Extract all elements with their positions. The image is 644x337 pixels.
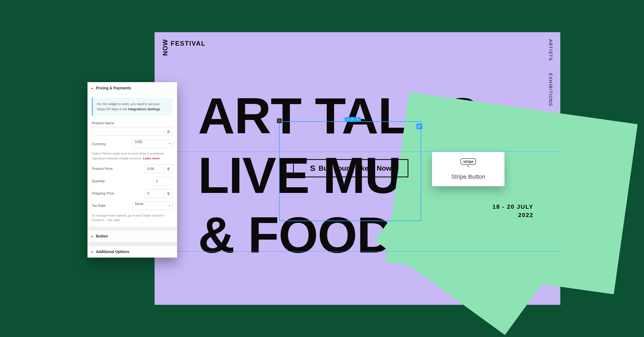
tooltip-label: Stripe Button: [436, 173, 500, 180]
svg-point-4: [279, 120, 280, 121]
svg-point-6: [278, 121, 279, 122]
section-pricing-label: Pricing & Payments: [96, 86, 131, 90]
section-divider: [87, 227, 177, 230]
product-price-field: Product Price 🗑: [92, 164, 173, 173]
cursor-icon: ↖: [436, 164, 500, 169]
currency-label: Currency: [92, 142, 106, 146]
svg-point-7: [279, 121, 280, 122]
quantity-input[interactable]: [153, 177, 173, 185]
drag-handle-icon[interactable]: [277, 118, 282, 123]
svg-point-1: [279, 120, 280, 120]
notice-text-post: .: [160, 107, 161, 111]
product-name-label: Product Name: [92, 121, 173, 125]
notice-link[interactable]: Integrations Settings: [128, 107, 160, 111]
product-price-input[interactable]: [145, 164, 164, 173]
event-date-line2: 2022: [492, 211, 533, 219]
tax-rate-select[interactable]: None ▾: [133, 202, 173, 210]
caret-right-icon: ▸: [92, 87, 93, 90]
quantity-field: Quantity: [92, 177, 173, 185]
selection-toolbar: ‹ ⤢ ×: [345, 117, 361, 122]
product-name-field: Product Name 🗑: [92, 121, 173, 136]
selection-back-icon[interactable]: ‹: [347, 118, 348, 121]
selection-move-icon[interactable]: ⤢: [351, 118, 354, 121]
buy-tickets-label: Buy Your Tickets Now: [319, 164, 391, 173]
currency-value: USD: [135, 140, 142, 144]
nav-artists[interactable]: ARTISTS: [548, 39, 553, 61]
section-pricing-body: For this widget to work, you need to set…: [87, 94, 177, 227]
section-divider: [87, 242, 177, 246]
shipping-price-field: Shipping Price 🗑: [92, 189, 173, 198]
section-additional-label: Additional Options: [96, 250, 129, 254]
clear-icon[interactable]: 🗑: [164, 127, 173, 136]
stripe-logo-icon: stripe: [460, 158, 476, 165]
product-price-label: Product Price: [92, 167, 113, 171]
currency-select[interactable]: USD ▾: [133, 140, 173, 148]
logo-festival: FESTIVAL: [171, 40, 206, 47]
element-tooltip: stripe ↖ Stripe Button: [432, 152, 504, 186]
tax-rate-label: Tax Rate: [92, 204, 105, 208]
buy-tickets-button[interactable]: S Buy Your Tickets Now: [293, 159, 408, 177]
site-logo[interactable]: NOW FESTIVAL: [162, 39, 206, 56]
chevron-down-icon: ▾: [169, 204, 170, 207]
tax-rate-field: Tax Rate None ▾: [92, 202, 173, 210]
tax-rate-hint: To manage these options, go to your Stri…: [92, 213, 173, 223]
quantity-label: Quantity: [92, 179, 105, 183]
svg-point-0: [278, 120, 279, 120]
svg-point-2: [280, 120, 280, 120]
product-name-input[interactable]: [92, 127, 164, 136]
stripe-s-icon: S: [310, 164, 315, 173]
caret-right-icon: ▸: [92, 235, 93, 238]
shipping-price-input[interactable]: [145, 189, 164, 198]
editor-guide-line: [155, 251, 560, 252]
event-date: 18 - 20 JULY 2022: [492, 203, 533, 219]
edit-icon[interactable]: [416, 123, 422, 129]
event-date-line1: 18 - 20 JULY: [492, 203, 533, 211]
clear-icon[interactable]: 🗑: [164, 164, 173, 173]
clear-icon[interactable]: 🗑: [164, 189, 173, 198]
caret-right-icon: ▸: [92, 250, 93, 253]
currency-field: Currency USD ▾: [92, 140, 173, 148]
section-pricing-payments[interactable]: ▸ Pricing & Payments: [87, 82, 177, 94]
svg-point-5: [280, 120, 280, 121]
tax-rate-value: None: [135, 202, 143, 206]
selection-close-icon[interactable]: ×: [356, 118, 358, 121]
svg-point-8: [280, 121, 280, 122]
section-additional-options[interactable]: ▸ Additional Options: [87, 246, 177, 258]
stripe-guidelines-hint: Notice! Please make sure to meet Stripe'…: [92, 151, 173, 161]
learn-more-link[interactable]: Learn more: [143, 157, 160, 160]
api-key-notice: For this widget to work, you need to set…: [92, 98, 173, 116]
section-button-label: Button: [96, 234, 108, 238]
settings-panel: ▸ Pricing & Payments For this widget to …: [87, 82, 177, 258]
svg-point-3: [278, 120, 279, 121]
nav-exhibitions[interactable]: EXHIBITIONS: [548, 73, 553, 106]
logo-now: NOW: [162, 39, 169, 56]
section-button[interactable]: ▸ Button: [87, 230, 177, 242]
shipping-price-label: Shipping Price: [92, 191, 114, 195]
chevron-down-icon: ▾: [169, 142, 170, 145]
